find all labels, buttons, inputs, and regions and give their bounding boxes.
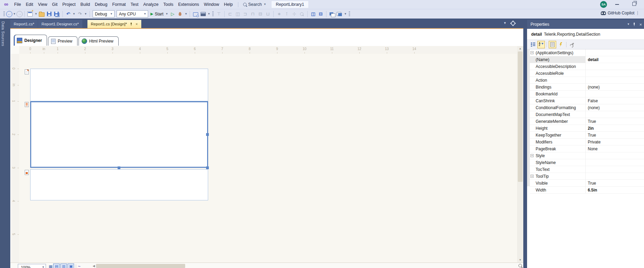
property-value[interactable] [586, 111, 644, 118]
new-project-dropdown[interactable]: ▼ [35, 13, 37, 15]
close-icon[interactable]: × [639, 22, 642, 27]
property-value[interactable]: detail [586, 56, 644, 63]
property-row-generatemember[interactable]: GenerateMember True [530, 118, 644, 125]
property-value[interactable]: 6.5in [586, 187, 644, 193]
redo-icon[interactable]: ↷ [76, 11, 83, 18]
snap-to-grid-toggle[interactable]: ▤ [53, 264, 60, 268]
property-row-bookmarkid[interactable]: BookmarkId [530, 91, 644, 97]
property-row-height[interactable]: Height 2in [530, 125, 644, 132]
property-value[interactable]: None [586, 145, 644, 152]
menu-item-build[interactable]: Build [78, 2, 93, 7]
toolbar-grip[interactable] [3, 11, 5, 17]
property-value[interactable]: True [586, 118, 644, 125]
property-row-visible[interactable]: Visible True [530, 180, 644, 187]
save-icon[interactable] [46, 11, 53, 18]
menu-item-view[interactable]: View [36, 2, 50, 7]
start-debug-dropdown[interactable]: ▼ [166, 13, 168, 15]
scroll-left-icon[interactable]: ◀ [93, 264, 95, 268]
align-lefts-icon[interactable]: ⊏ [227, 11, 234, 18]
property-row-style[interactable]: Style + [530, 152, 644, 159]
zoom-magnifier-icon[interactable] [518, 264, 522, 267]
scroll-down-icon[interactable]: ▼ [519, 258, 522, 261]
property-row-toctext[interactable]: TocText [530, 166, 644, 173]
property-row-applicationsettings[interactable]: (ApplicationSettings) + [530, 49, 644, 56]
properties-panel-titlebar[interactable]: Properties ▼ × [527, 20, 644, 29]
bring-to-front-icon[interactable] [329, 11, 335, 18]
table-tool-icon[interactable]: ⊤ [215, 11, 222, 18]
property-value[interactable]: True [586, 132, 644, 138]
property-value[interactable] [586, 91, 644, 97]
window-layout-dropdown[interactable]: ▼ [207, 13, 210, 15]
window-position-dropdown[interactable]: ▼ [627, 23, 630, 26]
page-header-section-icon[interactable] [25, 69, 29, 74]
navigate-back-dropdown[interactable]: ▼ [13, 13, 16, 15]
menu-item-debug[interactable]: Debug [92, 2, 110, 7]
property-value[interactable] [586, 159, 644, 166]
horizontal-scrollbar-thumb[interactable] [96, 264, 185, 268]
align-centers-icon[interactable]: ◫ [234, 11, 241, 18]
alphabetical-button[interactable]: AZ [537, 41, 545, 48]
pin-icon[interactable] [130, 23, 133, 26]
property-value[interactable]: False [586, 97, 644, 104]
menu-item-format[interactable]: Format [110, 2, 128, 7]
property-value[interactable] [586, 70, 644, 77]
show-snap-lines-toggle[interactable]: ▥ [60, 264, 67, 268]
start-debug-button[interactable]: ▶Start [151, 12, 164, 16]
menu-item-git[interactable]: Git [50, 2, 60, 7]
hot-reload-dropdown[interactable]: ▼ [184, 13, 187, 15]
detail-section-icon[interactable] [25, 102, 29, 107]
document-list-dropdown[interactable]: ▼ [503, 22, 506, 25]
expand-icon[interactable]: + [530, 175, 534, 178]
menu-item-tools[interactable]: Tools [161, 2, 176, 7]
page-header-section[interactable] [30, 69, 208, 101]
document-tab-inactive[interactable]: Report1.cs* [10, 20, 38, 28]
resize-handle-bottom[interactable] [118, 166, 120, 169]
save-all-icon[interactable] [53, 11, 60, 18]
redo-dropdown[interactable]: ▼ [84, 13, 87, 15]
menu-item-project[interactable]: Project [60, 2, 78, 7]
page-footer-section-icon[interactable] [25, 170, 29, 175]
property-row-bindings[interactable]: Bindings (none) [530, 84, 644, 91]
property-value[interactable]: (none) [586, 104, 644, 111]
send-to-back-icon[interactable] [336, 11, 343, 18]
property-row-documentmaptext[interactable]: DocumentMapText [530, 111, 644, 118]
property-row-name[interactable]: (Name) detail [530, 56, 644, 63]
account-avatar[interactable]: SA [600, 1, 607, 8]
watermark-icon[interactable]: ~ [78, 264, 81, 268]
property-row-width[interactable]: Width 6.5in [530, 187, 644, 194]
menu-item-analyze[interactable]: Analyze [141, 2, 161, 7]
undo-icon[interactable]: ↶ [65, 11, 72, 18]
toolbar-overflow-dropdown[interactable]: ▼ [344, 13, 347, 15]
designer-view-tab-html-preview[interactable]: Html Preview [79, 36, 119, 46]
property-row-modifiers[interactable]: Modifiers Private [530, 139, 644, 145]
property-row-tooltip[interactable]: ToolTip + [530, 173, 644, 180]
navigate-back-icon[interactable]: ← [6, 11, 12, 17]
designer-view-tab-designer[interactable]: Designer [14, 35, 47, 46]
document-tab-active[interactable]: Report1.cs [Design]*× [87, 20, 141, 28]
designer-toolbar-grip[interactable] [212, 11, 214, 17]
search-control[interactable]: Search ▼ [241, 2, 269, 7]
categorized-button[interactable] [529, 41, 537, 48]
align-bottoms-icon[interactable]: ⊔ [264, 11, 271, 18]
document-tab-inactive[interactable]: Report1.Designer.cs* [38, 20, 82, 28]
menu-item-edit[interactable]: Edit [23, 2, 36, 7]
property-row-canshrink[interactable]: CanShrink False [530, 97, 644, 104]
property-value[interactable]: True [586, 180, 644, 186]
resize-handle-corner[interactable] [206, 166, 209, 169]
make-same-size-icon[interactable]: ∗ [276, 11, 283, 18]
menu-item-help[interactable]: Help [222, 2, 235, 7]
property-pages-button[interactable] [568, 41, 576, 48]
property-value[interactable]: Private [586, 139, 644, 145]
vertical-spacing-icon[interactable]: ⊟ [317, 11, 324, 18]
undo-dropdown[interactable]: ▼ [73, 13, 75, 15]
property-row-action[interactable]: Action [530, 77, 644, 84]
align-rights-icon[interactable]: ⊐ [242, 11, 249, 18]
property-row-conditionalformatting[interactable]: ConditionalFormatting (none) [530, 104, 644, 111]
detail-section[interactable] [30, 101, 208, 168]
snap-to-snap-lines-toggle[interactable]: ▣ [68, 264, 74, 268]
pin-icon[interactable] [633, 23, 636, 26]
align-middles-icon[interactable]: ⊟ [257, 11, 264, 18]
property-value[interactable]: 2in [586, 125, 644, 131]
expand-icon[interactable]: + [530, 154, 534, 157]
minimize-button[interactable] [615, 4, 619, 5]
